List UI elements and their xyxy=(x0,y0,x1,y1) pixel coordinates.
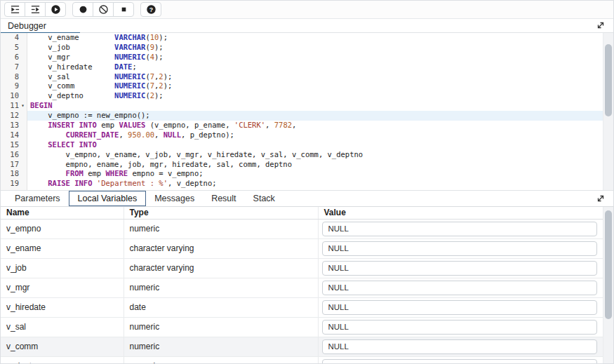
tab-local-variables[interactable]: Local Variables xyxy=(69,191,147,206)
tab-stack[interactable]: Stack xyxy=(245,191,283,205)
code-text[interactable]: empno, ename, job, mgr, hiredate, sal, c… xyxy=(27,160,613,170)
line-number-gutter[interactable]: 17 xyxy=(1,160,27,170)
code-line[interactable]: 15 SELECT INTO xyxy=(1,140,613,150)
line-number-gutter[interactable]: 12 xyxy=(1,111,27,121)
line-number-gutter[interactable]: 6 xyxy=(1,53,27,62)
stop-icon xyxy=(119,4,129,15)
code-text[interactable]: BEGIN xyxy=(27,101,613,111)
code-editor[interactable]: 4 v_ename VARCHAR(10);5 v_job VARCHAR(9)… xyxy=(1,33,613,191)
step-over-button[interactable] xyxy=(25,2,46,17)
code-line[interactable]: 14 CURRENT_DATE, 950.00, NULL, p_deptno)… xyxy=(1,130,613,140)
expand-results-button[interactable] xyxy=(595,194,606,205)
code-line[interactable]: 19 RAISE INFO 'Department : %', v_deptno… xyxy=(1,179,613,189)
variable-type-cell: character varying xyxy=(124,258,318,278)
line-number-gutter[interactable]: 13 xyxy=(1,121,27,130)
code-line[interactable]: 11▾BEGIN xyxy=(1,101,613,111)
step-into-button[interactable] xyxy=(4,2,25,17)
line-number-gutter[interactable]: 4 xyxy=(1,33,27,43)
line-number-gutter[interactable]: 16 xyxy=(1,150,27,160)
variable-value-cell xyxy=(318,238,603,258)
tab-messages[interactable]: Messages xyxy=(146,191,203,205)
line-number-gutter[interactable]: 10 xyxy=(1,91,27,101)
table-scrollbar-thumb[interactable] xyxy=(605,210,612,319)
line-number-gutter[interactable]: 15 xyxy=(1,140,27,150)
code-line[interactable]: 16 v_empno, v_ename, v_job, v_mgr, v_hir… xyxy=(1,150,613,160)
help-icon: ? xyxy=(146,4,156,15)
expand-editor-button[interactable] xyxy=(595,20,606,32)
code-line[interactable]: 7 v_hiredate DATE; xyxy=(1,62,613,72)
code-text[interactable]: v_hiredate DATE; xyxy=(27,62,613,72)
line-number-gutter[interactable]: 5 xyxy=(1,43,27,53)
panel-tab-bar: Debugger xyxy=(1,19,613,33)
variable-name-cell: v_mgr xyxy=(1,278,124,297)
code-text[interactable]: v_ename VARCHAR(10); xyxy=(27,33,613,43)
variable-type-cell: numeric xyxy=(124,278,318,297)
tab-parameters[interactable]: Parameters xyxy=(6,191,69,205)
line-number-gutter[interactable]: 14 xyxy=(1,130,27,140)
stop-button[interactable] xyxy=(113,2,134,17)
code-line[interactable]: 4 v_ename VARCHAR(10); xyxy=(1,33,613,43)
code-text[interactable]: v_job VARCHAR(9); xyxy=(27,43,613,53)
code-text[interactable]: v_deptno NUMERIC(2); xyxy=(27,91,613,101)
line-number-gutter[interactable]: 19 xyxy=(1,179,27,189)
code-text[interactable]: v_mgr NUMERIC(4); xyxy=(27,53,613,62)
code-line[interactable]: 5 v_job VARCHAR(9); xyxy=(1,43,613,53)
code-text[interactable]: CURRENT_DATE, 950.00, NULL, p_deptno); xyxy=(27,130,613,140)
variable-value-cell xyxy=(318,317,603,337)
code-line[interactable]: 18 FROM emp WHERE empno = v_empno; xyxy=(1,169,613,179)
code-text[interactable]: FROM emp WHERE empno = v_empno; xyxy=(27,169,613,179)
value-input[interactable] xyxy=(322,320,598,335)
clear-breakpoints-button[interactable] xyxy=(93,2,114,17)
code-text[interactable]: RAISE INFO 'Department : %', v_deptno; xyxy=(27,179,613,189)
variable-value-cell xyxy=(318,297,603,317)
variable-name-cell: v_sal xyxy=(1,317,124,337)
debugger-window: ? Debugger 4 v_ename VARCHAR(10);5 v_job… xyxy=(0,0,614,364)
variable-value-cell xyxy=(318,278,603,297)
current-code-line[interactable]: 12 v_empno := new_empno(); xyxy=(1,111,613,121)
value-input[interactable] xyxy=(322,300,598,315)
variable-name-cell: v_hiredate xyxy=(1,297,124,317)
code-line[interactable]: 17 empno, ename, job, mgr, hiredate, sal… xyxy=(1,160,613,170)
code-line[interactable]: 6 v_mgr NUMERIC(4); xyxy=(1,53,613,62)
line-number: 13 xyxy=(1,121,19,130)
value-input[interactable] xyxy=(322,261,598,276)
toggle-breakpoint-button[interactable] xyxy=(72,2,93,17)
line-number: 11 xyxy=(1,101,19,111)
line-number-gutter[interactable]: 8 xyxy=(1,72,27,82)
table-row: v_mgrnumeric xyxy=(1,278,603,297)
code-text[interactable]: SELECT INTO xyxy=(27,140,613,150)
expand-icon xyxy=(596,20,606,30)
line-number: 5 xyxy=(1,43,19,53)
code-text[interactable]: v_empno := new_empno(); xyxy=(27,111,613,121)
toolbar-button-group xyxy=(72,2,134,17)
value-input[interactable] xyxy=(322,222,598,236)
line-number-gutter[interactable]: 18 xyxy=(1,169,27,179)
help-button[interactable]: ? xyxy=(140,2,161,17)
line-number-gutter[interactable]: 9 xyxy=(1,81,27,91)
local-variables-panel: NameTypeValue v_empnonumericv_enamechara… xyxy=(1,207,613,364)
variable-name-cell: v_ename xyxy=(1,238,124,258)
tab-result[interactable]: Result xyxy=(203,191,244,205)
value-input[interactable] xyxy=(322,359,598,364)
code-text[interactable]: v_empno, v_ename, v_job, v_mgr, v_hireda… xyxy=(27,150,613,160)
continue-button[interactable] xyxy=(45,2,66,17)
fold-arrow-icon[interactable]: ▾ xyxy=(19,101,27,111)
editor-scrollbar-thumb[interactable] xyxy=(605,44,612,116)
code-line[interactable]: 13 INSERT INTO emp VALUES (v_empno, p_en… xyxy=(1,121,613,130)
code-line[interactable]: 10 v_deptno NUMERIC(2); xyxy=(1,91,613,101)
line-number-gutter[interactable]: 11▾ xyxy=(1,101,27,111)
value-input[interactable] xyxy=(322,281,598,295)
code-text[interactable]: v_comm NUMERIC(7,2); xyxy=(27,81,613,91)
table-scrollbar[interactable] xyxy=(603,207,613,364)
line-number-gutter[interactable]: 7 xyxy=(1,62,27,72)
code-text[interactable]: v_sal NUMERIC(7,2); xyxy=(27,72,613,82)
variable-name-cell: v_comm xyxy=(1,337,124,356)
code-line[interactable]: 8 v_sal NUMERIC(7,2); xyxy=(1,72,613,82)
value-input[interactable] xyxy=(322,339,598,354)
value-input[interactable] xyxy=(322,241,598,256)
editor-scrollbar[interactable] xyxy=(603,33,613,190)
table-body: v_empnonumericv_enamecharacter varyingv_… xyxy=(1,219,603,364)
code-line[interactable]: 9 v_comm NUMERIC(7,2); xyxy=(1,81,613,91)
code-text[interactable]: INSERT INTO emp VALUES (v_empno, p_ename… xyxy=(27,121,613,130)
tab-debugger[interactable]: Debugger xyxy=(1,20,80,34)
